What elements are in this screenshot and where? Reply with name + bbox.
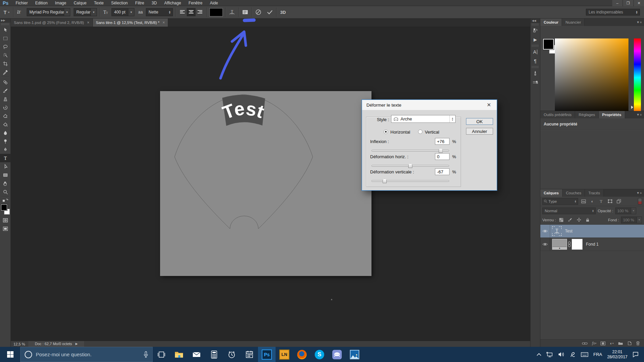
- task-view-button[interactable]: [153, 347, 170, 362]
- ok-button[interactable]: OK: [466, 118, 493, 125]
- foreground-color-well[interactable]: [543, 39, 554, 50]
- document-tab-2[interactable]: Sans titre-1 @ 12,5% (Test, RVB/8) * ×: [93, 19, 169, 27]
- close-button[interactable]: ✕: [634, 0, 644, 6]
- lock-transparency-icon[interactable]: [558, 217, 565, 223]
- layer-mask-thumbnail[interactable]: [572, 239, 583, 250]
- brush-tool[interactable]: [0, 86, 11, 95]
- layer-name[interactable]: Test: [565, 229, 572, 233]
- history-brush-tool[interactable]: [0, 103, 11, 112]
- tab-couches[interactable]: Couches: [563, 189, 585, 197]
- start-button[interactable]: [0, 347, 20, 362]
- layer-thumbnail-type[interactable]: T: [552, 226, 562, 236]
- lock-all-icon[interactable]: [584, 217, 591, 223]
- lock-pixels-icon[interactable]: [567, 217, 573, 223]
- layer-filter-select[interactable]: Type ▲▼: [542, 198, 578, 205]
- crop-tool[interactable]: [0, 59, 11, 68]
- filter-type-layers-icon[interactable]: T: [598, 198, 604, 205]
- path-selection-tool[interactable]: [0, 162, 11, 171]
- layer-styles-icon[interactable]: fx▾: [592, 341, 596, 346]
- ln-app-button[interactable]: LN: [276, 347, 293, 362]
- add-mask-icon[interactable]: [600, 341, 606, 345]
- horizontal-radio[interactable]: [384, 130, 388, 134]
- layer-row-test[interactable]: T Test: [540, 225, 644, 238]
- dialog-title-bar[interactable]: Déformer le texte ✕: [362, 100, 497, 110]
- hand-tool[interactable]: [0, 179, 11, 188]
- lock-position-icon[interactable]: [575, 217, 582, 223]
- font-family-select[interactable]: Myriad Pro Regular ▼: [27, 8, 70, 16]
- eyedropper-tool[interactable]: [0, 68, 11, 76]
- horizontal-distortion-slider[interactable]: [371, 163, 449, 168]
- tab-proprietes[interactable]: Propriétés: [599, 111, 625, 118]
- clock[interactable]: 22:01 28/02/2017: [607, 350, 627, 360]
- panel-collapse-icon[interactable]: ◀◀: [531, 19, 540, 23]
- firefox-button[interactable]: [293, 347, 311, 362]
- menu-edition[interactable]: Edition: [31, 0, 51, 6]
- mail-button[interactable]: [188, 347, 205, 362]
- tool-preset-picker[interactable]: T ▼: [3, 7, 11, 17]
- panel-grip[interactable]: [532, 66, 539, 68]
- menu-selection[interactable]: Sélection: [107, 0, 131, 6]
- menu-calque[interactable]: Calque: [70, 0, 90, 6]
- type-tool[interactable]: T: [0, 154, 11, 162]
- microphone-icon[interactable]: [144, 351, 148, 358]
- panel-menu-icon[interactable]: ▼≡: [637, 189, 644, 197]
- fill-select[interactable]: 100 % ▼: [621, 217, 642, 223]
- text-orientation-button[interactable]: T: [16, 7, 24, 17]
- new-group-icon[interactable]: [618, 341, 623, 345]
- panel-menu-icon[interactable]: ▼≡: [637, 111, 644, 118]
- menu-fichier[interactable]: Fichier: [12, 0, 31, 6]
- menu-aide[interactable]: Aide: [206, 0, 222, 6]
- menu-image[interactable]: Image: [51, 0, 70, 6]
- foreground-color-swatch[interactable]: [1, 204, 7, 211]
- saturation-brightness-field[interactable]: [555, 38, 628, 117]
- layer-row-fond1[interactable]: ▲ Fond 1: [540, 238, 644, 251]
- cancel-button[interactable]: Annuler: [466, 128, 493, 135]
- file-explorer-button[interactable]: [170, 347, 188, 362]
- opacity-select[interactable]: 100 % ▼: [615, 207, 636, 214]
- align-left-button[interactable]: [178, 8, 187, 16]
- touch-keyboard-icon[interactable]: [581, 352, 588, 357]
- panel-grip[interactable]: [532, 23, 539, 26]
- filter-pixel-layers-icon[interactable]: [580, 198, 587, 205]
- font-style-select[interactable]: Regular ▼: [74, 8, 97, 16]
- menu-texte[interactable]: Texte: [90, 0, 107, 6]
- anti-alias-select[interactable]: Nette ▲▼: [146, 8, 173, 16]
- dodge-tool[interactable]: [0, 137, 11, 145]
- discord-button[interactable]: [328, 347, 346, 362]
- zoom-tool[interactable]: [0, 188, 11, 196]
- status-options-arrow-icon[interactable]: ▶: [75, 341, 78, 347]
- menu-filtre[interactable]: Filtre: [131, 0, 148, 6]
- calendar-button[interactable]: [240, 347, 258, 362]
- cancel-edits-icon[interactable]: [254, 7, 262, 17]
- network-icon[interactable]: [546, 352, 553, 357]
- tab-reglages[interactable]: Réglages: [575, 111, 599, 118]
- paint-bucket-tool[interactable]: [0, 120, 11, 129]
- tab-outils-predefinis[interactable]: Outils prédéfinis: [540, 111, 575, 118]
- slider-thumb[interactable]: [408, 163, 412, 168]
- inflexion-slider[interactable]: [371, 148, 449, 153]
- slider-thumb[interactable]: [439, 148, 443, 153]
- swap-colors-icon[interactable]: [0, 198, 11, 203]
- commit-edits-icon[interactable]: [266, 7, 274, 17]
- cortana-search-box[interactable]: Posez-moi une question.: [20, 347, 153, 362]
- vertical-distortion-slider[interactable]: [371, 178, 449, 183]
- toolbar-grip[interactable]: [1, 23, 9, 25]
- move-tool[interactable]: [0, 26, 11, 34]
- tab-close-icon[interactable]: ×: [162, 20, 165, 25]
- zoom-level-field[interactable]: 12,5 %: [11, 342, 28, 346]
- menu-3d[interactable]: 3D: [148, 0, 160, 6]
- shape-tool[interactable]: [0, 171, 11, 179]
- slider-thumb[interactable]: [383, 178, 387, 183]
- text-color-swatch[interactable]: [209, 8, 223, 17]
- tab-calques[interactable]: Calques: [540, 189, 563, 197]
- layer-visibility-toggle[interactable]: [540, 225, 550, 238]
- toggle-panels-button[interactable]: [241, 7, 249, 17]
- align-center-button[interactable]: [187, 8, 196, 16]
- marquee-tool[interactable]: [0, 34, 11, 43]
- filter-smart-objects-icon[interactable]: [615, 198, 622, 205]
- lasso-tool[interactable]: [0, 43, 11, 51]
- foreground-background-swatches[interactable]: [0, 203, 11, 216]
- tab-nuancier[interactable]: Nuancier: [562, 19, 585, 26]
- horizontal-distortion-field[interactable]: 0: [435, 153, 449, 160]
- link-layers-icon[interactable]: [582, 342, 588, 345]
